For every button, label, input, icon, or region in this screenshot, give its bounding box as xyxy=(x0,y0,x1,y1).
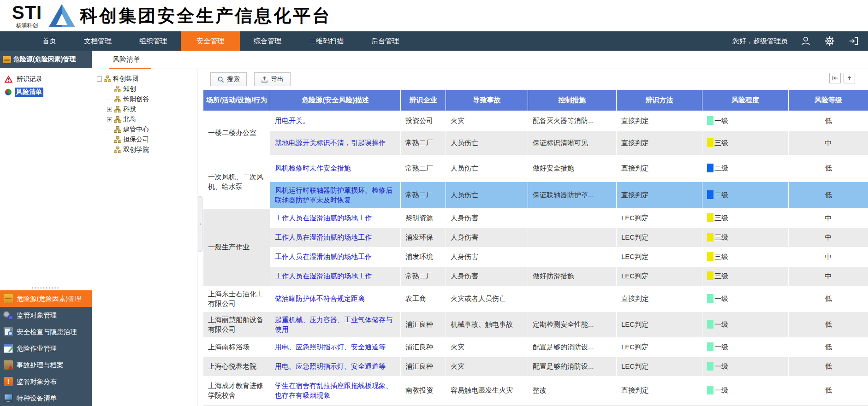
warning-triangle-icon: ! xyxy=(5,76,12,83)
risk-level-cell: 三级 xyxy=(702,209,789,228)
nav-item-4[interactable]: 综合管理 xyxy=(240,31,295,51)
risk-level-cell: 一级 xyxy=(702,312,789,338)
risk-desc-link[interactable]: 起重机械、压力容器、工业气体储存与使用 xyxy=(275,316,392,333)
company-cell: 农工商 xyxy=(401,286,446,312)
risk-level-color-icon xyxy=(707,271,713,280)
tree-root-node[interactable]: − 科创集团 xyxy=(97,74,197,84)
search-button[interactable]: 搜索 xyxy=(210,72,247,86)
logout-icon[interactable] xyxy=(848,35,860,47)
risk-desc-link[interactable]: 工作人员在湿滑油腻的场地工作 xyxy=(275,272,372,280)
risk-desc-link[interactable]: 风机运行时联轴器防护罩损坏、检修后联轴器防护罩未及时恢复 xyxy=(275,186,392,203)
accordion-item-4[interactable]: 事故处理与档案 xyxy=(0,357,92,373)
table-row-13[interactable]: 上海成才教育进修学院校舍学生在宿舍有乱拉插座跟拖线板现象、也存在有吸烟现象南教投… xyxy=(203,377,868,405)
risk-desc-link[interactable]: 工作人员在湿滑油腻的场地工作 xyxy=(275,233,372,241)
table-row-9[interactable]: 上海东士石油化工有限公司储油罐防护体不符合规定距离农工商火灾或者人员伤亡直接判定… xyxy=(203,286,868,312)
risk-desc-link[interactable]: 用电开关。 xyxy=(275,117,309,124)
tree-connector xyxy=(107,150,112,150)
table-row-10[interactable]: 上海丽慧船舶设备有限公司起重机械、压力容器、工业气体储存与使用浦汇良种机械事故、… xyxy=(203,312,868,338)
table-row-12[interactable]: 上海心悦养老院用电、应急照明指示灯、安全通道等浦汇良种火灾配置足够的消防设...… xyxy=(203,357,868,377)
risk-desc-cell: 工作人员在湿滑油腻的场地工作 xyxy=(270,209,401,228)
accordion-item-0[interactable]: 危险源(危险因素)管理 xyxy=(0,290,92,307)
method-cell: 直接判定 xyxy=(617,286,702,312)
risk-level-color-icon xyxy=(707,320,713,329)
export-button-label: 导出 xyxy=(271,75,284,83)
expand-icon[interactable]: + xyxy=(107,117,112,122)
tree-node-3[interactable]: +北岛 xyxy=(97,114,197,124)
risk-grade-cell: 低 xyxy=(789,377,868,405)
control-cell: 保证联轴器防护罩... xyxy=(528,182,617,209)
accordion-item-label: 危险源(危险因素)管理 xyxy=(17,294,81,303)
risk-desc-link[interactable]: 就地电源开关标识不清，引起误操作 xyxy=(275,139,386,147)
table-row-11[interactable]: 上海南标浴场用电、应急照明指示灯、安全通道等浦汇良种火灾配置足够的消防设...L… xyxy=(203,338,868,357)
nav-item-0[interactable]: 首页 xyxy=(29,31,70,51)
nav-item-1[interactable]: 文档管理 xyxy=(70,31,125,51)
method-cell: LEC判定 xyxy=(617,357,702,377)
table-row-5[interactable]: 一般生产作业工作人员在湿滑油腻的场地工作黎明资源人身伤害LEC判定三级中 xyxy=(203,209,868,228)
sidebar-splitter[interactable]: •••••••••• xyxy=(0,287,92,290)
accordion-item-label: 特种设备清单 xyxy=(17,394,57,403)
accordion-item-3[interactable]: 危险作业管理 xyxy=(0,340,92,357)
risk-level-label: 一级 xyxy=(714,294,728,302)
collapse-up-icon[interactable] xyxy=(844,73,855,83)
triangle-logo-icon xyxy=(48,4,75,28)
accident-cell: 火灾或者人员伤亡 xyxy=(446,286,528,312)
risk-desc-link[interactable]: 储油罐防护体不符合规定距离 xyxy=(275,294,365,302)
table-row-3[interactable]: 一次风机、二次风机、给水泵风机检修时未作安全措施常熟二厂人员伤亡做好安全措施直接… xyxy=(203,155,868,182)
sidebar-panel-header[interactable]: 危险源(危险因素)管理 xyxy=(0,51,92,68)
accordion-item-5[interactable]: 监管对象分布 xyxy=(0,373,92,390)
control-cell: 配备灭火器等消防... xyxy=(528,111,617,131)
risk-level-label: 二级 xyxy=(714,191,728,199)
risk-desc-link[interactable]: 用电、应急照明指示灯、安全通道等 xyxy=(275,343,386,351)
risk-level-label: 三级 xyxy=(714,139,728,147)
pie-chart-icon xyxy=(5,88,12,96)
tree-node-4[interactable]: 建管中心 xyxy=(97,124,197,135)
accordion-item-6[interactable]: 特种设备清单 xyxy=(0,390,92,406)
nav-item-2[interactable]: 组织管理 xyxy=(125,31,181,51)
risk-grade-cell: 低 xyxy=(789,357,868,377)
user-icon[interactable] xyxy=(800,35,812,47)
table-row-4[interactable]: 风机运行时联轴器防护罩损坏、检修后联轴器防护罩未及时恢复常熟二厂人员伤亡保证联轴… xyxy=(203,182,868,209)
tree-node-2[interactable]: +科投 xyxy=(97,104,197,114)
sidebar-item-risk-list[interactable]: 风险清单 xyxy=(0,86,92,99)
table-row-2[interactable]: 就地电源开关标识不清，引起误操作常熟二厂人员伤亡保证标识清晰可见直接判定三级中 xyxy=(203,131,868,155)
risk-desc-link[interactable]: 工作人员在湿滑油腻的场地工作 xyxy=(275,214,372,222)
table-row-7[interactable]: 工作人员在湿滑油腻的场地工作浦发环境人身伤害LEC判定三级中 xyxy=(203,247,868,267)
tree-node-5[interactable]: 担保公司 xyxy=(97,135,197,145)
accordion-item-2[interactable]: 安全检查与隐患治理 xyxy=(0,324,92,340)
tree-node-1[interactable]: 长阳创谷 xyxy=(97,94,197,104)
tree-node-6[interactable]: 双创学院 xyxy=(97,145,197,155)
collapse-left-icon[interactable] xyxy=(829,73,841,83)
collapse-expander-icon[interactable]: − xyxy=(97,76,102,82)
risk-level-label: 三级 xyxy=(714,272,728,280)
tree-children: 知创长阳创谷+科投+北岛建管中心担保公司双创学院 xyxy=(97,84,197,155)
risk-level-label: 一级 xyxy=(714,117,728,124)
tab-risk-list[interactable]: 风险清单 xyxy=(113,51,140,69)
nav-item-5[interactable]: 二维码扫描 xyxy=(295,31,357,51)
tree-node-0[interactable]: 知创 xyxy=(97,84,197,94)
risk-desc-link[interactable]: 学生在宿舍有乱拉插座跟拖线板现象、也存在有吸烟现象 xyxy=(275,382,392,399)
nav-item-3[interactable]: 安全管理 xyxy=(181,31,240,51)
risk-desc-link[interactable]: 用电、应急照明指示灯、安全通道等 xyxy=(275,362,386,370)
method-cell: 直接判定 xyxy=(617,111,702,131)
panel-collapse-handle[interactable]: ‹ xyxy=(198,196,202,252)
tree-node-label: 科投 xyxy=(123,105,136,113)
export-button[interactable]: 导出 xyxy=(254,72,291,86)
control-cell: 做好防滑措施 xyxy=(528,267,617,286)
accordion-item-1[interactable]: 监管对象管理 xyxy=(0,307,92,324)
risk-grade-cell: 低 xyxy=(789,312,868,338)
expand-icon[interactable]: + xyxy=(107,107,112,112)
settings-gear-icon[interactable] xyxy=(824,35,836,47)
table-row-8[interactable]: 工作人员在湿滑油腻的场地工作常熟二厂人身伤害做好防滑措施LEC判定三级中 xyxy=(203,267,868,286)
risk-desc-link[interactable]: 风机检修时未作安全措施 xyxy=(275,164,351,172)
risk-level-cell: 一级 xyxy=(702,111,789,131)
nav-item-6[interactable]: 后台管理 xyxy=(357,31,413,51)
risk-desc-cell: 储油罐防护体不符合规定距离 xyxy=(270,286,401,312)
risk-desc-link[interactable]: 工作人员在湿滑油腻的场地工作 xyxy=(275,253,372,260)
column-header-3: 导致事故 xyxy=(446,90,528,111)
method-cell: 直接判定 xyxy=(617,377,702,405)
accident-cell: 机械事故、触电事故 xyxy=(446,312,528,338)
table-row-1[interactable]: 一楼二楼办公室用电开关。投资公司火灾配备灭火器等消防...直接判定一级低 xyxy=(203,111,868,131)
sidebar-item-identify-records[interactable]: ! 辨识记录 xyxy=(0,73,92,86)
table-row-6[interactable]: 工作人员在湿滑油腻的场地工作浦发环保人身伤害LEC判定三级中 xyxy=(203,228,868,247)
risk-grade-cell: 中 xyxy=(789,267,868,286)
